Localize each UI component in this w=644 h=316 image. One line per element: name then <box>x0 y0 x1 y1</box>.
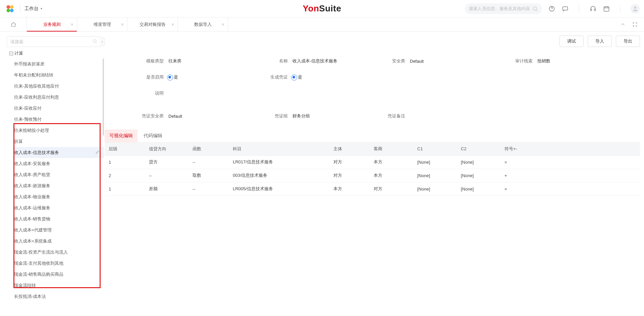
svg-point-16 <box>93 40 96 42</box>
table-cell: [None] <box>413 169 457 182</box>
tree-item[interactable]: 收入成本-物业服务 <box>14 191 104 202</box>
table-cell: 1 <box>105 182 145 196</box>
user-avatar[interactable] <box>631 4 640 13</box>
sub-tab-code[interactable]: 代码编辑 <box>139 129 167 142</box>
table-cell: 1 <box>105 155 145 169</box>
tab-strip: 业务规则 × 维度管理 × 交易对账报告 × 数据导入 × <box>0 17 644 32</box>
close-icon[interactable]: × <box>171 22 174 27</box>
table-row[interactable]: 1差额--LR005/信息技术服务本方对方[None][None]= <box>105 182 640 196</box>
tree-item[interactable]: 收入成本-旅游服务 <box>14 180 104 191</box>
tree-item[interactable]: 长投抵消-成本法 <box>14 291 104 302</box>
tree-item[interactable]: 收入成本-运维服务 <box>14 202 104 213</box>
debug-button[interactable]: 调试 <box>559 36 584 47</box>
tab-business-rule[interactable]: 业务规则 × <box>27 17 77 31</box>
label-template-type: 模板类型 <box>138 58 168 64</box>
table-header: 借贷方向 <box>145 143 189 155</box>
close-icon[interactable]: × <box>71 22 73 27</box>
tab-label: 业务规则 <box>43 21 61 28</box>
value-name: 收入成本-信息技术服务 <box>292 58 380 64</box>
svg-point-1 <box>10 5 14 9</box>
table-row[interactable]: 1贷方--LR017/信息技术服务对方本方[None][None]= <box>105 155 640 169</box>
search-icon[interactable] <box>532 6 538 12</box>
table-cell: [None] <box>457 169 500 182</box>
workspace-selector[interactable]: 工作台 ▾ <box>24 6 42 12</box>
tab-dimension[interactable]: 维度管理 × <box>77 17 127 31</box>
table-cell: 差额 <box>145 182 189 196</box>
table-header: 主体 <box>329 143 370 155</box>
tree-root-toggle[interactable]: − 计算 <box>9 49 104 58</box>
svg-line-5 <box>536 10 537 11</box>
divider <box>579 5 579 12</box>
tree-item[interactable]: 往来-应收应付 <box>14 103 104 114</box>
table-row[interactable]: 2--取数003/信息技术服务对方本方[None][None]+ <box>105 169 640 182</box>
label-enable: 是否启用 <box>138 74 168 80</box>
tree-item[interactable]: 往来-其他应收其他应付 <box>14 81 104 92</box>
brand-logo: YonSuite <box>303 3 341 14</box>
headset-icon[interactable] <box>589 5 597 12</box>
tree-item[interactable]: 往来-预收预付 <box>14 114 104 125</box>
home-tab[interactable] <box>0 17 27 31</box>
value-vgroup: 财务分组 <box>292 113 380 119</box>
table-cell: 对方 <box>370 182 413 196</box>
tree-item[interactable]: 收入成本=代建管理 <box>14 224 104 235</box>
tree-item[interactable]: 收入成本-安装服务 <box>14 158 104 169</box>
close-icon[interactable]: × <box>222 22 224 27</box>
tree-item[interactable]: 外币报表折算差 <box>14 58 104 69</box>
tree-item[interactable]: 收入成本-销售货物 <box>14 213 104 224</box>
svg-rect-11 <box>604 7 609 11</box>
edit-icon[interactable] <box>95 150 100 155</box>
workspace-label: 工作台 <box>24 6 39 12</box>
table-header: 科目 <box>229 143 329 155</box>
import-button[interactable]: 导入 <box>588 36 612 47</box>
tree-item[interactable]: 收入成本=系统集成 <box>14 235 104 247</box>
top-bar: 工作台 ▾ YonSuite <box>0 0 644 17</box>
table-header: 客商 <box>370 143 413 155</box>
global-search[interactable] <box>465 3 542 14</box>
help-icon[interactable] <box>548 5 555 12</box>
value-genvoucher: 是 <box>292 74 380 80</box>
tab-report[interactable]: 交易对账报告 × <box>127 17 178 31</box>
table-cell: = <box>500 182 640 196</box>
tree-item[interactable]: 折算 <box>14 136 104 147</box>
tree-scrollbar[interactable] <box>103 58 104 313</box>
table-cell: LR017/信息技术服务 <box>229 155 329 169</box>
collapse-tabs-icon[interactable] <box>619 21 627 28</box>
table-cell: 本方 <box>370 169 413 182</box>
table-cell: [None] <box>457 182 500 196</box>
label-genvoucher: 生成凭证 <box>269 74 292 80</box>
main-panel: 调试 导入 导出 模板类型往来类 名称收入成本-信息技术服务 安全类Defaul… <box>105 35 642 313</box>
tree-item[interactable]: 往来抵销按小处理 <box>14 125 104 136</box>
rules-table: 层级借贷方向函数科目主体客商C1C2符号+- 1贷方--LR017/信息技术服务… <box>105 143 640 196</box>
table-cell: = <box>500 155 640 169</box>
tree-item[interactable]: 收入成本-信息技术服务 <box>14 147 104 158</box>
tab-label: 维度管理 <box>94 21 111 28</box>
svg-rect-8 <box>563 7 568 10</box>
table-cell: 对方 <box>329 169 370 182</box>
tree-item[interactable]: 现金流结转 <box>14 280 104 291</box>
label-safety: 安全类 <box>380 58 410 64</box>
table-cell: -- <box>189 155 229 169</box>
export-button[interactable]: 导出 <box>616 36 640 47</box>
close-icon[interactable]: × <box>121 22 124 27</box>
label-name: 名称 <box>269 58 292 64</box>
tree-item[interactable]: 收入成本-房产租赁 <box>14 169 104 180</box>
table-cell: 对方 <box>329 155 370 169</box>
global-search-input[interactable] <box>469 6 532 11</box>
tree-item[interactable]: 现金流-投资产生流出与流入 <box>14 247 104 258</box>
value-enable: 是 <box>168 74 269 80</box>
calendar-icon[interactable] <box>603 5 610 12</box>
tree-item[interactable]: 年初未分配利润结转 <box>14 69 104 81</box>
value-audit: 抵销数 <box>537 58 588 64</box>
tree-item[interactable]: 往来-应收利息应付利息 <box>14 92 104 103</box>
radio-dot-icon <box>292 76 295 78</box>
message-icon[interactable] <box>561 5 569 12</box>
tree-search-input[interactable] <box>7 36 101 47</box>
label-vremark: 凭证备注 <box>380 113 410 119</box>
tree-item[interactable]: 现金流-销售商品购买商品 <box>14 269 104 280</box>
minus-icon: − <box>9 52 13 55</box>
collapse-left-icon[interactable]: ‹ <box>100 38 105 46</box>
tree-item[interactable]: 现金流-支付其他收到其他 <box>14 258 104 269</box>
tab-import[interactable]: 数据导入 × <box>178 17 228 31</box>
sub-tab-visual[interactable]: 可视化编辑 <box>105 129 138 142</box>
fullscreen-icon[interactable] <box>631 21 639 28</box>
